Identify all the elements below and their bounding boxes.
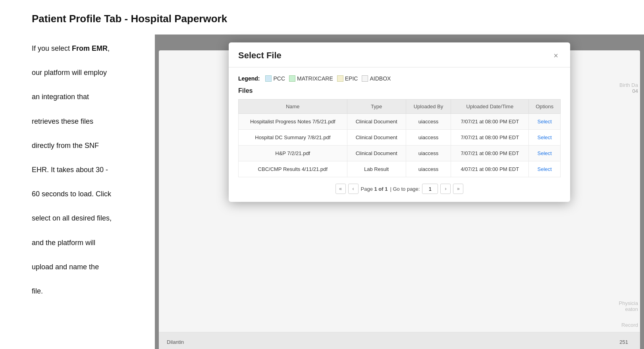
col-uploaded-by: Uploaded By — [406, 100, 451, 114]
cell-type: Clinical Document — [347, 114, 406, 130]
files-section-label: Files — [238, 87, 561, 94]
next-page-button[interactable]: › — [440, 184, 451, 194]
description-text: If you select From EMR, our platform wil… — [32, 42, 143, 297]
table-header: Name Type Uploaded By Uploaded Date/Time… — [239, 100, 561, 114]
table-body: Hospitalist Progress Notes 7/5/21.pdfCli… — [239, 114, 561, 177]
table-row: Hospitalist Progress Notes 7/5/21.pdfCli… — [239, 114, 561, 130]
table-row: CBC/CMP Results 4/11/21.pdfLab Resultuia… — [239, 161, 561, 177]
cell-type: Clinical Document — [347, 130, 406, 146]
select-file-dialog: Select File × Legend: PCC MATR — [229, 42, 570, 202]
files-table: Name Type Uploaded By Uploaded Date/Time… — [238, 99, 561, 177]
cell-date: 7/07/21 at 08:00 PM EDT — [451, 114, 529, 130]
legend-epic: EPIC — [337, 75, 358, 82]
legend-pcc: PCC — [265, 75, 285, 82]
legend-label: Legend: — [238, 75, 260, 82]
select-file-button[interactable]: Select — [536, 165, 553, 173]
right-panel: Birth Da 04 Physicia eaton Record Dilant… — [155, 35, 644, 349]
goto-label: | Go to page: — [390, 186, 420, 192]
prev-page-button[interactable]: ‹ — [348, 184, 359, 194]
cell-type: Lab Result — [347, 161, 406, 177]
cell-options: Select — [529, 130, 561, 146]
legend-matrixcare: MATRIXCARE — [289, 75, 333, 82]
dialog-title: Select File — [238, 50, 282, 61]
col-options: Options — [529, 100, 561, 114]
legend-row: Legend: PCC MATRIXCARE EPIC — [238, 75, 561, 82]
cell-uploaded-by: uiaccess — [406, 130, 451, 146]
cell-uploaded-by: uiaccess — [406, 161, 451, 177]
cell-name: Hospitalist Progress Notes 7/5/21.pdf — [239, 114, 347, 130]
first-page-button[interactable]: « — [335, 184, 346, 194]
cell-type: Clinical Document — [347, 146, 406, 161]
last-page-button[interactable]: » — [453, 184, 463, 194]
main-layout: If you select From EMR, our platform wil… — [0, 35, 644, 349]
legend-aidbox: AIDBOX — [362, 75, 391, 82]
pcc-label: PCC — [273, 75, 285, 82]
page-text: Page 1 of 1 — [361, 186, 388, 192]
pagination-row: « ‹ Page 1 of 1 | Go to page: › » — [238, 184, 561, 194]
page-title: Patient Profile Tab - Hospital Paperwork — [0, 0, 644, 35]
cell-name: Hospital DC Summary 7/8/21.pdf — [239, 130, 347, 146]
table-header-row: Name Type Uploaded By Uploaded Date/Time… — [239, 100, 561, 114]
dialog-close-button[interactable]: × — [551, 51, 561, 60]
cell-options: Select — [529, 114, 561, 130]
col-type: Type — [347, 100, 406, 114]
left-panel: If you select From EMR, our platform wil… — [0, 35, 155, 349]
table-row: H&P 7/2/21.pdfClinical Documentuiaccess7… — [239, 146, 561, 161]
cell-options: Select — [529, 146, 561, 161]
cell-name: CBC/CMP Results 4/11/21.pdf — [239, 161, 347, 177]
dialog-body: Legend: PCC MATRIXCARE EPIC — [229, 67, 570, 202]
pcc-color-box — [265, 75, 272, 82]
col-date: Uploaded Date/Time — [451, 100, 529, 114]
epic-color-box — [337, 75, 343, 82]
dialog-overlay: Select File × Legend: PCC MATR — [155, 35, 644, 349]
cell-date: 4/07/21 at 08:00 PM EDT — [451, 161, 529, 177]
cell-options: Select — [529, 161, 561, 177]
cell-uploaded-by: uiaccess — [406, 114, 451, 130]
aidbox-label: AIDBOX — [370, 75, 391, 82]
cell-name: H&P 7/2/21.pdf — [239, 146, 347, 161]
matrixcare-color-box — [289, 75, 295, 82]
select-file-button[interactable]: Select — [536, 134, 553, 141]
page-input[interactable] — [422, 184, 438, 194]
matrixcare-label: MATRIXCARE — [297, 75, 333, 82]
cell-date: 7/07/21 at 08:00 PM EDT — [451, 130, 529, 146]
col-name: Name — [239, 100, 347, 114]
cell-uploaded-by: uiaccess — [406, 146, 451, 161]
dialog-header: Select File × — [229, 42, 570, 67]
cell-date: 7/07/21 at 08:00 PM EDT — [451, 146, 529, 161]
table-row: Hospital DC Summary 7/8/21.pdfClinical D… — [239, 130, 561, 146]
select-file-button[interactable]: Select — [536, 150, 553, 157]
epic-label: EPIC — [345, 75, 358, 82]
select-file-button[interactable]: Select — [536, 118, 553, 125]
aidbox-color-box — [362, 75, 368, 82]
